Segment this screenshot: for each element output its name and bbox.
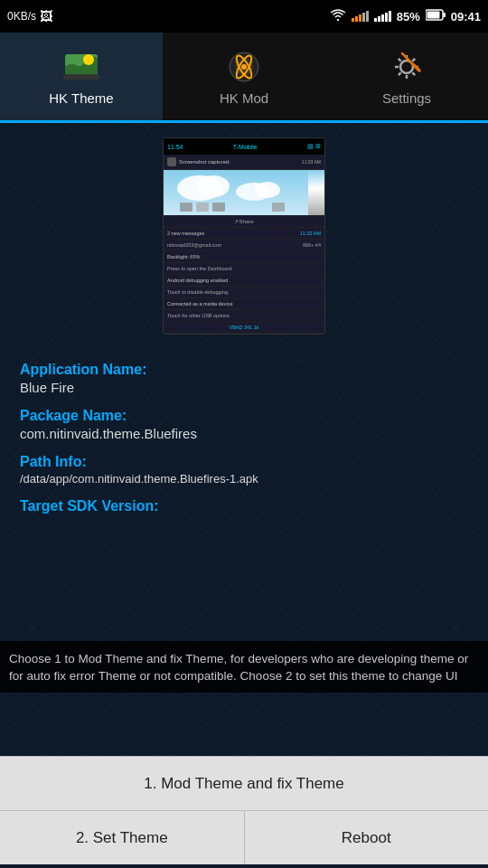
preview-image-area (164, 170, 324, 215)
svg-line-19 (412, 59, 415, 61)
status-bar: 0KB/s 🖼 85% (0, 0, 488, 33)
preview-statusbar: 11:54 T-Mobile ▤ ⊞ (164, 138, 324, 155)
preview-notif-backlight: Backlight: 65% (164, 251, 324, 263)
preview-carrier: T-Mobile (233, 144, 258, 150)
preview-screenshot-notif: Screenshot captured. 11:33 AM (164, 155, 324, 170)
mod-theme-button[interactable]: 1. Mod Theme and fix Theme (0, 756, 488, 810)
svg-point-25 (197, 175, 230, 197)
svg-point-11 (241, 64, 247, 70)
svg-rect-28 (180, 203, 192, 212)
svg-point-27 (255, 182, 280, 198)
description-bar: Choose 1 to Mod Theme and fix Theme, for… (0, 641, 488, 693)
preview-notif-footer-text: VBAD 341.1k (229, 325, 258, 330)
bottom-buttons: 1. Mod Theme and fix Theme 2. Set Theme … (0, 756, 488, 864)
preview-screenshot-time: 11:33 AM (302, 159, 321, 165)
signal-bars-1 (352, 11, 369, 22)
preview-notif-bl-sub-text: Press to open the Dashboard (167, 266, 232, 271)
preview-icons: ▤ ⊞ (307, 143, 321, 150)
svg-rect-30 (212, 203, 225, 212)
path-info-value: /data/app/com.nitinvaid.theme.Bluefires-… (20, 472, 468, 486)
signal-bars-2 (374, 11, 391, 22)
preview-notif-email-count: 999+ #4 (303, 242, 321, 248)
preview-notif-debug-sub-text: Touch to disable debugging. (167, 289, 230, 295)
description-text: Choose 1 to Mod Theme and fix Theme, for… (9, 652, 468, 684)
preview-notif-messages: 2 new messages 11:32 AM (164, 228, 324, 240)
preview-notif-email-addr: nitinvaid203@gmail.com (167, 242, 221, 248)
preview-notif-footer: VBAD 341.1k (164, 322, 324, 334)
preview-share-bar: ↗ Share (164, 215, 324, 228)
network-speed: 0KB/s (7, 10, 36, 23)
preview-time: 11:54 (167, 144, 183, 150)
hk-theme-icon (61, 47, 101, 87)
tab-settings[interactable]: Settings (325, 33, 488, 120)
screenshot-icon: 🖼 (40, 9, 52, 24)
bottom-button-row: 2. Set Theme Reboot (0, 810, 488, 864)
svg-rect-2 (427, 12, 439, 19)
app-details: Application Name: Blue Fire Package Name… (0, 335, 488, 514)
svg-line-18 (412, 72, 415, 75)
target-sdk-label: Target SDK Version: (20, 498, 468, 514)
svg-rect-29 (196, 203, 209, 212)
app-name-value: Blue Fire (20, 380, 468, 395)
package-name-value: com.nitinvaid.theme.Bluefires (20, 426, 468, 441)
preview-notif-debug-text: Android debugging enabled (167, 278, 228, 283)
time-display: 09:41 (451, 10, 481, 24)
preview-screenshot-text: Screenshot captured. (179, 159, 230, 165)
svg-line-17 (399, 59, 401, 61)
preview-notif-msg-text: 2 new messages (167, 231, 204, 236)
main-content: 11:54 T-Mobile ▤ ⊞ Screenshot captured. … (0, 123, 488, 864)
battery-percent: 85% (397, 10, 420, 24)
preview-notif-usb-text: Connected as a media device (167, 301, 232, 307)
reboot-button[interactable]: Reboot (245, 810, 489, 864)
hk-mod-icon (224, 47, 264, 87)
preview-notif-bl-text: Backlight: 65% (167, 254, 200, 259)
settings-icon (387, 47, 427, 87)
preview-notif-usb: Connected as a media device (164, 298, 324, 310)
tab-hk-theme-label: HK Theme (49, 90, 113, 106)
preview-share-label: Share (239, 219, 253, 224)
svg-rect-1 (443, 13, 446, 17)
path-info-label: Path Info: (20, 454, 468, 470)
svg-point-5 (83, 54, 94, 65)
battery-icon (426, 9, 446, 24)
svg-line-21 (402, 53, 414, 65)
preview-clouds-svg (164, 170, 308, 215)
package-name-label: Package Name: (20, 408, 468, 424)
preview-notif-email: nitinvaid203@gmail.com 999+ #4 (164, 240, 324, 251)
preview-notif-bl-sub: Press to open the Dashboard (164, 263, 324, 275)
preview-notif-debug-sub: Touch to disable debugging. (164, 287, 324, 298)
tab-hk-mod[interactable]: HK Mod (163, 33, 325, 120)
set-theme-button[interactable]: 2. Set Theme (0, 810, 245, 864)
tab-settings-label: Settings (382, 90, 431, 106)
svg-line-22 (414, 65, 419, 71)
preview-notif-icon1 (167, 157, 176, 166)
tab-hk-mod-label: HK Mod (220, 90, 268, 106)
app-name-label: Application Name: (20, 362, 468, 378)
tab-bar: HK Theme HK Mod (0, 33, 488, 123)
wifi-icon (330, 9, 346, 24)
svg-rect-31 (272, 203, 285, 212)
preview-notif-usb-sub: Touch for other USB options. (164, 310, 324, 322)
preview-notif-msg-time: 11:32 AM (300, 231, 321, 236)
svg-rect-6 (63, 74, 99, 80)
preview-box: 11:54 T-Mobile ▤ ⊞ Screenshot captured. … (163, 137, 325, 335)
tab-hk-theme[interactable]: HK Theme (0, 33, 163, 123)
svg-line-20 (399, 72, 401, 75)
preview-notif-usb-sub-text: Touch for other USB options. (167, 313, 230, 318)
preview-notif-debug: Android debugging enabled (164, 275, 324, 287)
